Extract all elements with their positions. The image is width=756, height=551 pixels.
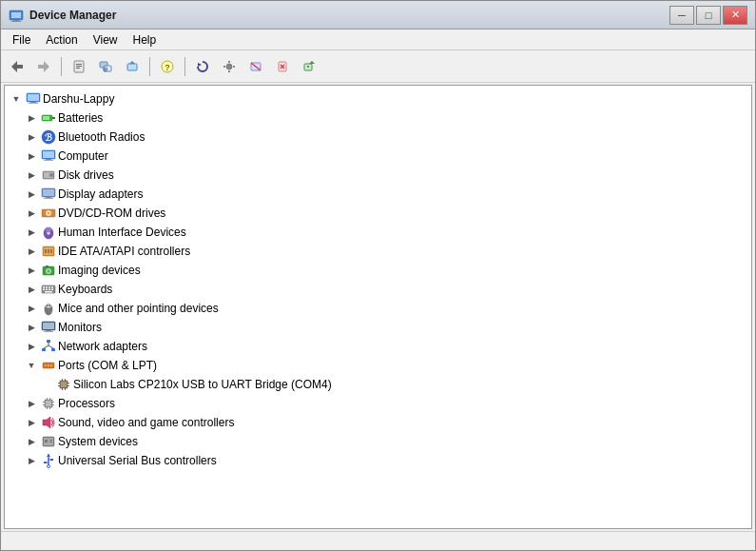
- dvd-label: DVD/CD-ROM drives: [58, 207, 165, 220]
- title-bar: Device Manager ─ □ ✕: [1, 1, 755, 30]
- tree-keyboard[interactable]: ▶ Keyboards: [5, 280, 751, 299]
- back-button[interactable]: [5, 54, 29, 79]
- svg-marker-116: [43, 417, 50, 428]
- tree-usb[interactable]: ▶ Universal Serial Bus controllers: [5, 451, 751, 470]
- root-expander[interactable]: ▼: [9, 91, 24, 107]
- svg-rect-78: [45, 291, 52, 293]
- minimize-button[interactable]: ─: [669, 6, 694, 25]
- svg-rect-35: [29, 103, 38, 104]
- display-label: Display adapters: [58, 187, 143, 201]
- tree-display[interactable]: ▶ Display adapters: [5, 185, 751, 204]
- svg-rect-3: [11, 21, 21, 22]
- svg-rect-86: [47, 340, 50, 343]
- tree-hid[interactable]: ▶ Human Interface Devices: [5, 223, 751, 242]
- display-icon: [41, 187, 56, 202]
- menu-action[interactable]: Action: [38, 31, 85, 49]
- tree-dvd[interactable]: ▶ DVD/CD-ROM drives: [5, 204, 751, 223]
- tree-network[interactable]: ▶ Network adapters: [5, 337, 751, 356]
- svg-point-18: [226, 64, 232, 69]
- tree-batteries[interactable]: ▶ Batteries: [5, 108, 751, 128]
- device-tree-panel[interactable]: ▼ Darshu-Lappy ▶: [4, 85, 752, 529]
- svg-rect-20: [228, 70, 230, 72]
- forward-button[interactable]: [31, 54, 56, 79]
- svg-rect-75: [46, 289, 48, 291]
- computer-expander[interactable]: ▶: [24, 148, 39, 164]
- network-label: Network adapters: [58, 340, 147, 353]
- svg-marker-17: [198, 63, 202, 67]
- tree-disk[interactable]: ▶ Disk drives: [5, 166, 751, 185]
- mouse-expander[interactable]: ▶: [24, 301, 39, 316]
- tree-monitor[interactable]: ▶ Monitors: [5, 318, 751, 337]
- chip-icon: [56, 377, 71, 392]
- hid-expander[interactable]: ▶: [24, 225, 39, 240]
- disk-expander[interactable]: ▶: [24, 167, 39, 183]
- svg-rect-84: [46, 330, 51, 331]
- tree-mouse[interactable]: ▶ Mice and other pointing devices: [5, 299, 751, 318]
- uninstall-button[interactable]: [270, 54, 295, 79]
- tree-sound[interactable]: ▶ Sound, video and game controllers: [5, 413, 751, 432]
- ide-expander[interactable]: ▶: [24, 244, 39, 259]
- sound-expander[interactable]: ▶: [24, 415, 39, 430]
- tree-root[interactable]: ▼ Darshu-Lappy: [5, 89, 751, 108]
- ports-expander[interactable]: ▼: [24, 358, 39, 373]
- svg-text:?: ?: [165, 63, 170, 72]
- display-expander[interactable]: ▶: [24, 187, 39, 202]
- title-bar-left: Device Manager: [9, 8, 116, 23]
- ports-icon: [41, 358, 56, 373]
- properties-button[interactable]: [67, 54, 91, 79]
- close-button[interactable]: ✕: [723, 6, 747, 25]
- svg-rect-107: [46, 401, 51, 406]
- monitor-expander[interactable]: ▶: [24, 320, 39, 335]
- tree-computer[interactable]: ▶ Computer: [5, 147, 751, 166]
- add-hardware-button[interactable]: [297, 54, 321, 79]
- disable-button[interactable]: [243, 54, 268, 79]
- svg-rect-121: [49, 442, 52, 443]
- help-button[interactable]: ?: [155, 54, 180, 79]
- svg-rect-113: [49, 398, 50, 400]
- menu-view[interactable]: View: [86, 31, 126, 49]
- menu-help[interactable]: Help: [126, 31, 165, 49]
- tree-ports[interactable]: ▼ Ports (COM & LPT): [5, 356, 751, 375]
- dvd-expander[interactable]: ▶: [24, 206, 39, 221]
- tree-ide[interactable]: ▶ IDE ATA/ATAPI controllers: [5, 242, 751, 261]
- tree-bluetooth[interactable]: ▶ ℬ Bluetooth Radios: [5, 128, 751, 147]
- svg-rect-51: [46, 197, 51, 198]
- mouse-label: Mice and other pointing devices: [58, 302, 219, 315]
- svg-marker-14: [129, 61, 135, 64]
- system-expander[interactable]: ▶: [24, 434, 39, 449]
- svg-rect-100: [68, 383, 69, 384]
- tree-system[interactable]: ▶ System devices: [5, 432, 751, 451]
- update-driver-button[interactable]: [120, 54, 145, 79]
- ports-label: Ports (COM & LPT): [58, 359, 157, 372]
- window-title: Device Manager: [29, 9, 116, 22]
- svg-rect-73: [51, 286, 53, 288]
- processors-expander[interactable]: ▶: [24, 396, 39, 411]
- tree-processors[interactable]: ▶ Processors: [5, 394, 751, 413]
- refresh-button[interactable]: [190, 54, 215, 79]
- svg-rect-21: [223, 66, 225, 68]
- hid-icon: [41, 225, 56, 240]
- keyboard-expander[interactable]: ▶: [24, 282, 39, 297]
- system-icon: [41, 434, 56, 449]
- network-expander[interactable]: ▶: [24, 339, 39, 354]
- ide-icon: [41, 244, 56, 259]
- maximize-button[interactable]: □: [696, 6, 721, 25]
- tree-imaging[interactable]: ▶ Imaging devices: [5, 261, 751, 280]
- batteries-expander[interactable]: ▶: [24, 110, 39, 126]
- svg-line-91: [48, 345, 53, 348]
- tree-cp210x[interactable]: ▶ Silicon Labs CP210x: [5, 375, 751, 394]
- disk-icon: [41, 167, 56, 183]
- monitor-label: Monitors: [58, 321, 102, 334]
- usb-expander[interactable]: ▶: [24, 453, 39, 468]
- scan-changes-button[interactable]: ⊕: [93, 54, 118, 79]
- svg-rect-72: [48, 286, 50, 288]
- monitor-icon: [41, 320, 56, 335]
- bluetooth-expander[interactable]: ▶: [24, 129, 39, 145]
- svg-rect-94: [48, 364, 49, 366]
- imaging-expander[interactable]: ▶: [24, 263, 39, 278]
- svg-rect-114: [47, 407, 48, 409]
- menu-file[interactable]: File: [5, 31, 38, 49]
- svg-rect-85: [44, 331, 53, 332]
- settings-button[interactable]: [217, 54, 242, 79]
- svg-rect-38: [43, 116, 49, 120]
